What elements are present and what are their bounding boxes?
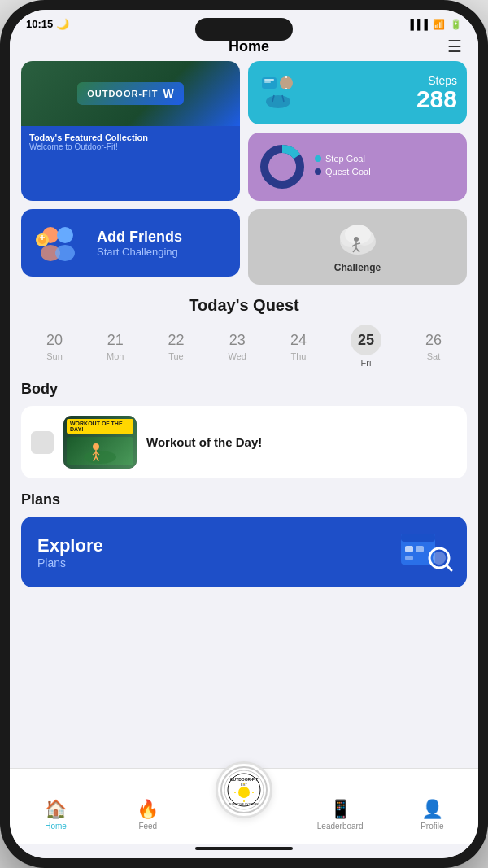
- svg-rect-40: [416, 546, 424, 552]
- phone-screen: 10:15 🌙 ▐▐▐ 📶 🔋 Home ☰: [10, 10, 478, 858]
- svg-rect-2: [264, 81, 271, 83]
- challenge-label: Challenge: [334, 262, 381, 273]
- plans-card[interactable]: Explore Plans: [21, 517, 467, 587]
- feed-icon: 🔥: [137, 799, 159, 820]
- plans-card-title: Explore: [37, 535, 397, 556]
- bottom-spacer: [21, 600, 467, 608]
- profile-label: Profile: [420, 822, 443, 831]
- quest-section: Today's Quest 20 Sun 21 Mon 22 Tue: [21, 296, 467, 368]
- plans-card-subtitle: Plans: [37, 556, 397, 569]
- cal-day-mon[interactable]: 21 Mon: [107, 332, 124, 361]
- friends-illustration-icon: [34, 220, 87, 265]
- cal-day-label-thu: Thu: [290, 351, 306, 361]
- quest-goal-dot: [315, 168, 321, 175]
- steps-count: 288: [361, 87, 458, 111]
- cal-day-thu[interactable]: 24 Thu: [290, 332, 307, 361]
- featured-image: OUTDOOR-FIT W: [21, 61, 240, 126]
- right-column: Steps 288: [248, 61, 467, 201]
- svg-point-15: [55, 245, 75, 261]
- profile-icon: 👤: [421, 799, 443, 820]
- leaderboard-label: Leaderboard: [317, 822, 364, 831]
- nav-item-profile[interactable]: 👤 Profile: [407, 799, 456, 831]
- steps-info: Steps 288: [361, 74, 458, 111]
- workout-checkbox[interactable]: [31, 431, 54, 454]
- friends-challenge-row: Add Friends Start Challenging: [21, 209, 467, 285]
- status-right: ▐▐▐ 📶 🔋: [407, 19, 462, 30]
- cal-day-fri[interactable]: 25 Fri: [351, 325, 381, 368]
- cal-day-tue[interactable]: 22 Tue: [168, 332, 184, 361]
- svg-rect-1: [264, 79, 274, 81]
- workout-thumb-bg: WORKOUT OF THE DAY!: [63, 416, 137, 469]
- cal-day-label-mon: Mon: [107, 351, 124, 361]
- featured-card[interactable]: OUTDOOR-FIT W Today's Featured Collectio…: [21, 61, 240, 201]
- svg-point-24: [354, 237, 359, 242]
- svg-point-49: [238, 787, 250, 798]
- cal-day-sat[interactable]: 26 Sat: [425, 332, 442, 361]
- workout-badge: WORKOUT OF THE DAY!: [67, 419, 133, 434]
- svg-text:OUTDOOR-FIT: OUTDOOR-FIT: [230, 777, 259, 782]
- home-icon: 🏠: [45, 799, 67, 820]
- wi-logo: W: [163, 87, 174, 100]
- workout-image-preview: [67, 437, 133, 465]
- moon-icon: 🌙: [56, 18, 69, 30]
- dynamic-island: [195, 18, 293, 41]
- outdoor-fit-nav-badge: OUTDOOR-FIT EST EXERCISE SYSTEMS: [220, 766, 268, 813]
- nav-center-badge[interactable]: OUTDOOR-FIT EST EXERCISE SYSTEMS: [216, 761, 272, 818]
- cal-day-num-23: 23: [229, 332, 246, 349]
- menu-button[interactable]: ☰: [447, 37, 462, 56]
- cal-day-label-tue: Tue: [168, 351, 184, 361]
- featured-caption: Today's Featured Collection Welcome to O…: [21, 126, 240, 201]
- outdoor-fit-logo: OUTDOOR-FIT W: [77, 82, 184, 105]
- workout-name: Workout of the Day!: [146, 435, 262, 449]
- workout-thumbnail: WORKOUT OF THE DAY!: [63, 416, 137, 469]
- svg-point-43: [433, 552, 446, 565]
- step-goal-dot: [315, 155, 321, 162]
- status-left: 10:15 🌙: [26, 18, 69, 30]
- cal-day-sun[interactable]: 20 Sun: [46, 332, 63, 361]
- cal-day-wed[interactable]: 23 Wed: [228, 332, 246, 361]
- quest-goal-legend: Quest Goal: [315, 167, 457, 177]
- svg-rect-38: [401, 534, 435, 542]
- challenge-card[interactable]: Challenge: [248, 209, 467, 285]
- plans-illustration-icon: [397, 530, 454, 574]
- quest-goal-label: Quest Goal: [325, 167, 371, 177]
- svg-point-23: [345, 225, 371, 244]
- body-title: Body: [21, 381, 467, 398]
- svg-point-3: [280, 76, 293, 89]
- cal-day-num-24: 24: [290, 332, 307, 349]
- workout-preview-icon: [80, 437, 120, 465]
- plans-card-text: Explore Plans: [37, 535, 397, 569]
- nav-item-leaderboard[interactable]: 📱 Leaderboard: [316, 799, 364, 831]
- add-friends-card[interactable]: Add Friends Start Challenging: [21, 209, 240, 277]
- nav-item-feed[interactable]: 🔥 Feed: [124, 799, 172, 831]
- add-friends-text: Add Friends Start Challenging: [97, 229, 182, 258]
- nav-item-home[interactable]: 🏠 Home: [32, 799, 81, 831]
- scroll-content: OUTDOOR-FIT W Today's Featured Collectio…: [10, 61, 478, 768]
- svg-point-11: [271, 155, 294, 178]
- caption-subtitle: Welcome to Outdoor-Fit!: [29, 142, 232, 151]
- steps-card[interactable]: Steps 288: [248, 61, 467, 124]
- svg-point-6: [266, 95, 290, 108]
- cal-day-num-22: 22: [168, 332, 184, 349]
- cal-day-label-fri: Fri: [361, 358, 372, 368]
- cal-day-num-20: 20: [46, 332, 63, 349]
- svg-rect-39: [405, 546, 413, 552]
- body-section: Body WORKOUT OF THE DAY!: [21, 381, 467, 478]
- step-goal-label: Step Goal: [325, 154, 365, 164]
- leaderboard-icon: 📱: [329, 799, 351, 820]
- goals-card[interactable]: Step Goal Quest Goal: [248, 133, 467, 201]
- svg-point-14: [57, 227, 73, 243]
- calendar-strip: 20 Sun 21 Mon 22 Tue 23 Wed: [21, 325, 467, 368]
- plans-title: Plans: [21, 491, 467, 508]
- steps-illustration-icon: [258, 71, 298, 111]
- time-display: 10:15: [26, 18, 53, 30]
- workout-card[interactable]: WORKOUT OF THE DAY!: [21, 406, 467, 478]
- home-indicator: [195, 847, 293, 850]
- goals-legend: Step Goal Quest Goal: [315, 154, 457, 180]
- add-friends-title: Add Friends: [97, 229, 182, 246]
- svg-point-31: [93, 443, 99, 450]
- add-friends-subtitle: Start Challenging: [97, 246, 182, 258]
- plans-section: Plans Explore Plans: [21, 491, 467, 587]
- cal-day-label-wed: Wed: [228, 351, 246, 361]
- home-label: Home: [45, 822, 67, 831]
